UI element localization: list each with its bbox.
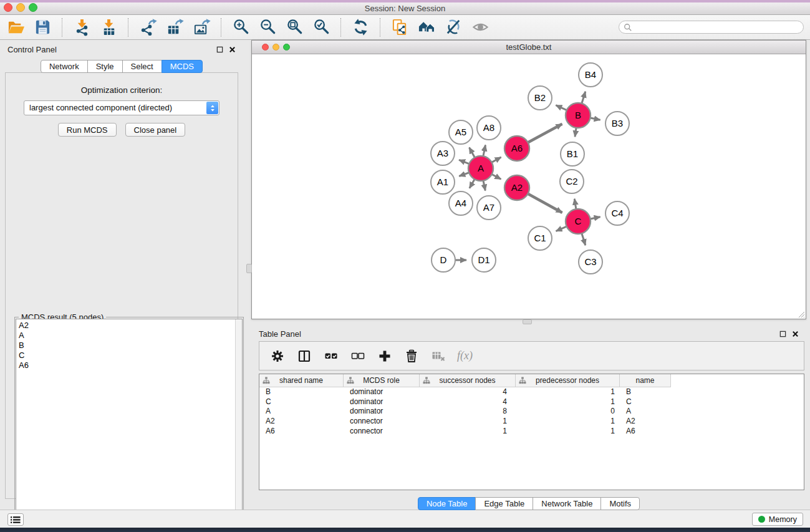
network-minimize-button[interactable] — [272, 44, 279, 51]
graph-nodes: AA1A2A3A4A5A6A7A8BB1B2B3B4CC1C2C3C4DD1 — [431, 63, 629, 274]
graph-node-C[interactable]: C — [566, 209, 591, 234]
add-row-icon[interactable] — [377, 348, 393, 364]
run-mcds-button[interactable]: Run MCDS — [58, 123, 117, 137]
zoom-in-icon[interactable] — [230, 17, 251, 38]
graph-node-A1[interactable]: A1 — [431, 170, 455, 194]
resize-grip-icon[interactable] — [797, 310, 805, 318]
graph-node-B4[interactable]: B4 — [579, 63, 602, 87]
network-window-titlebar[interactable]: testGlobe.txt — [252, 41, 806, 54]
header-filler — [671, 374, 804, 387]
result-item[interactable]: B — [16, 341, 242, 351]
network-canvas[interactable]: AA1A2A3A4A5A6A7A8BB1B2B3B4CC1C2C3C4DD1 — [252, 54, 806, 319]
tab-select[interactable]: Select — [122, 60, 162, 73]
zoom-out-icon[interactable] — [257, 17, 278, 38]
tab-mcds[interactable]: MCDS — [162, 60, 203, 73]
main-titlebar[interactable]: Session: New Session — [0, 2, 810, 15]
graph-node-B3[interactable]: B3 — [605, 112, 629, 135]
delete-row-icon[interactable] — [403, 348, 420, 364]
close-panel-icon[interactable] — [229, 46, 236, 53]
zoom-fit-icon[interactable] — [284, 17, 305, 38]
table-row[interactable]: Adominator80A — [259, 407, 804, 417]
graph-node-C2[interactable]: C2 — [560, 170, 584, 193]
mcds-result-listbox[interactable]: A2ABCA6 — [16, 319, 243, 531]
graph-node-A[interactable]: A — [468, 156, 493, 181]
hide-columns-icon[interactable] — [350, 348, 366, 364]
table-row[interactable]: A2connector11A2 — [259, 417, 804, 427]
column-header-shared-name[interactable]: shared name — [259, 374, 344, 387]
graph-node-A3[interactable]: A3 — [431, 142, 455, 165]
column-header-successor-nodes[interactable]: successor nodes — [420, 374, 516, 387]
result-item[interactable]: A — [16, 331, 242, 341]
graph-node-A6[interactable]: A6 — [504, 136, 529, 161]
network-close-button[interactable] — [262, 44, 269, 51]
graph-node-B[interactable]: B — [566, 103, 591, 128]
search-field[interactable] — [619, 21, 804, 34]
result-item[interactable]: C — [16, 351, 242, 360]
close-window-button[interactable] — [4, 3, 12, 12]
show-columns-icon[interactable] — [323, 348, 339, 364]
settings-icon[interactable] — [269, 348, 286, 364]
import-network-icon[interactable] — [71, 17, 92, 38]
memory-button[interactable]: Memory — [752, 513, 803, 526]
svg-text:B2: B2 — [534, 92, 546, 103]
table-row[interactable]: A6connector11A6 — [259, 427, 804, 437]
column-header-name[interactable]: name — [620, 374, 671, 387]
column-header-predecessor-nodes[interactable]: predecessor nodes — [516, 374, 620, 387]
tab-network-table[interactable]: Network Table — [533, 497, 601, 510]
network-maximize-button[interactable] — [283, 44, 290, 51]
minimize-window-button[interactable] — [16, 3, 25, 12]
search-input[interactable] — [635, 22, 798, 32]
close-panel-button[interactable]: Close panel — [125, 123, 186, 137]
float-panel-icon[interactable] — [216, 46, 223, 53]
network-snapshot-icon[interactable] — [389, 17, 410, 38]
graph-node-A5[interactable]: A5 — [449, 120, 473, 144]
home-view-icon[interactable] — [416, 17, 437, 38]
zoom-selected-icon[interactable] — [311, 17, 332, 38]
save-session-icon[interactable] — [32, 17, 53, 38]
vertical-splitter-handle[interactable] — [246, 264, 252, 273]
graph-node-D1[interactable]: D1 — [472, 248, 496, 272]
graph-node-B2[interactable]: B2 — [528, 86, 552, 110]
close-table-panel-icon[interactable] — [792, 331, 799, 337]
table-cell: B — [259, 387, 344, 397]
criterion-select[interactable]: largest connected component (directed) — [24, 100, 219, 115]
open-session-icon[interactable] — [5, 17, 26, 38]
svg-text:A: A — [478, 163, 484, 173]
column-header-MCDS-role[interactable]: MCDS role — [344, 374, 420, 387]
tab-network[interactable]: Network — [41, 60, 88, 73]
import-table-icon[interactable] — [98, 17, 119, 38]
export-image-icon[interactable] — [191, 17, 212, 38]
table-row[interactable]: Cdominator41C — [259, 397, 804, 407]
export-network-icon[interactable] — [137, 17, 158, 38]
horizontal-splitter-handle[interactable] — [523, 319, 532, 324]
table-row[interactable]: Bdominator41B — [259, 387, 804, 397]
graph-node-A7[interactable]: A7 — [477, 196, 501, 220]
delete-table-icon[interactable] — [430, 348, 446, 364]
graph-node-A8[interactable]: A8 — [477, 116, 501, 140]
tab-edge-table[interactable]: Edge Table — [475, 497, 533, 510]
graph-node-C3[interactable]: C3 — [579, 250, 602, 274]
export-table-icon[interactable] — [164, 17, 185, 38]
graph-node-A2[interactable]: A2 — [504, 175, 529, 200]
result-item[interactable]: A6 — [16, 360, 242, 370]
result-item[interactable]: A2 — [16, 321, 242, 331]
show-hide-panel-icon[interactable] — [470, 17, 491, 38]
result-scrollbar[interactable] — [235, 319, 242, 530]
network-canvas-area[interactable]: AA1A2A3A4A5A6A7A8BB1B2B3B4CC1C2C3C4DD1 — [252, 54, 806, 319]
tab-motifs[interactable]: Motifs — [600, 497, 640, 510]
graph-node-A4[interactable]: A4 — [449, 191, 473, 215]
graph-node-C1[interactable]: C1 — [528, 226, 552, 250]
graph-node-C4[interactable]: C4 — [605, 201, 629, 225]
task-history-button[interactable] — [7, 513, 24, 526]
graph-node-B1[interactable]: B1 — [561, 142, 584, 166]
columns-icon[interactable] — [296, 348, 312, 364]
maximize-window-button[interactable] — [29, 3, 37, 12]
graph-node-D[interactable]: D — [432, 248, 455, 272]
function-builder-icon[interactable]: f(x) — [457, 348, 473, 364]
hide-annotations-icon[interactable] — [443, 17, 464, 38]
memory-status-icon — [758, 516, 765, 523]
tab-node-table[interactable]: Node Table — [418, 497, 476, 510]
tab-style[interactable]: Style — [87, 60, 123, 73]
float-table-panel-icon[interactable] — [779, 331, 786, 337]
refresh-layout-icon[interactable] — [350, 17, 371, 38]
